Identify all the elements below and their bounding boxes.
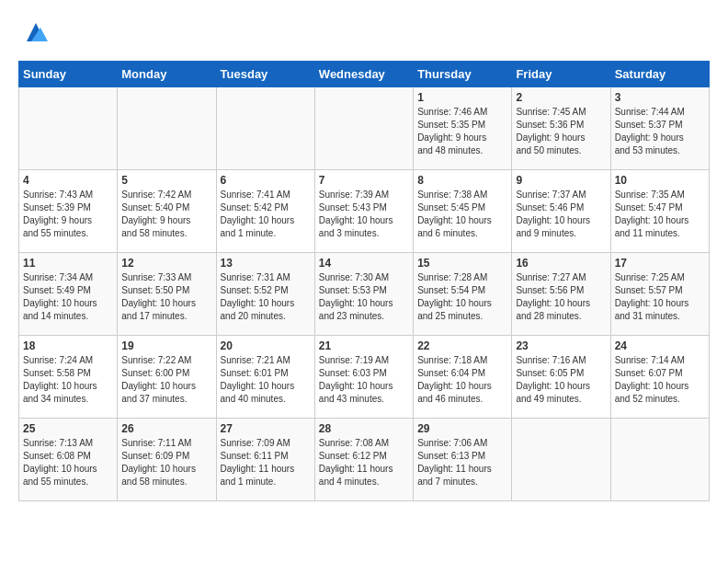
day-cell: 17Sunrise: 7:25 AMSunset: 5:57 PMDayligh… bbox=[610, 253, 709, 336]
day-info: Sunrise: 7:31 AMSunset: 5:52 PMDaylight:… bbox=[221, 271, 311, 323]
logo-text bbox=[18, 18, 50, 52]
day-number: 10 bbox=[615, 174, 705, 187]
day-cell: 14Sunrise: 7:30 AMSunset: 5:53 PMDayligh… bbox=[314, 253, 413, 336]
page-header bbox=[18, 18, 710, 52]
day-info: Sunrise: 7:18 AMSunset: 6:04 PMDaylight:… bbox=[417, 354, 507, 406]
day-info: Sunrise: 7:44 AMSunset: 5:37 PMDaylight:… bbox=[615, 106, 705, 157]
day-cell: 12Sunrise: 7:33 AMSunset: 5:50 PMDayligh… bbox=[118, 253, 216, 336]
day-cell bbox=[512, 419, 610, 501]
day-info: Sunrise: 7:28 AMSunset: 5:54 PMDaylight:… bbox=[417, 271, 507, 323]
header-wednesday: Wednesday bbox=[314, 62, 413, 87]
header-saturday: Saturday bbox=[610, 62, 709, 87]
calendar-header: SundayMondayTuesdayWednesdayThursdayFrid… bbox=[19, 62, 710, 87]
day-cell: 21Sunrise: 7:19 AMSunset: 6:03 PMDayligh… bbox=[314, 336, 413, 419]
day-number: 3 bbox=[615, 91, 705, 104]
day-number: 27 bbox=[221, 422, 311, 435]
day-info: Sunrise: 7:06 AMSunset: 6:13 PMDaylight:… bbox=[417, 437, 507, 488]
header-tuesday: Tuesday bbox=[216, 62, 314, 87]
day-number: 28 bbox=[319, 422, 409, 435]
day-cell bbox=[19, 87, 118, 170]
day-info: Sunrise: 7:43 AMSunset: 5:39 PMDaylight:… bbox=[23, 189, 113, 240]
day-info: Sunrise: 7:41 AMSunset: 5:42 PMDaylight:… bbox=[221, 189, 311, 240]
day-cell bbox=[118, 87, 216, 170]
day-cell: 1Sunrise: 7:46 AMSunset: 5:35 PMDaylight… bbox=[414, 87, 512, 170]
week-row-0: 1Sunrise: 7:46 AMSunset: 5:35 PMDaylight… bbox=[19, 87, 710, 170]
day-info: Sunrise: 7:14 AMSunset: 6:07 PMDaylight:… bbox=[615, 354, 705, 406]
day-cell: 9Sunrise: 7:37 AMSunset: 5:46 PMDaylight… bbox=[512, 170, 610, 253]
day-cell: 27Sunrise: 7:09 AMSunset: 6:11 PMDayligh… bbox=[216, 419, 314, 501]
day-cell: 16Sunrise: 7:27 AMSunset: 5:56 PMDayligh… bbox=[512, 253, 610, 336]
day-number: 9 bbox=[516, 174, 606, 187]
week-row-3: 18Sunrise: 7:24 AMSunset: 5:58 PMDayligh… bbox=[19, 336, 710, 419]
day-number: 8 bbox=[417, 174, 507, 187]
header-friday: Friday bbox=[512, 62, 610, 87]
day-info: Sunrise: 7:35 AMSunset: 5:47 PMDaylight:… bbox=[615, 189, 705, 240]
day-number: 5 bbox=[121, 174, 211, 187]
day-cell: 26Sunrise: 7:11 AMSunset: 6:09 PMDayligh… bbox=[118, 419, 216, 501]
logo-icon bbox=[22, 18, 50, 46]
day-info: Sunrise: 7:34 AMSunset: 5:49 PMDaylight:… bbox=[23, 271, 113, 323]
day-cell: 10Sunrise: 7:35 AMSunset: 5:47 PMDayligh… bbox=[610, 170, 709, 253]
day-cell bbox=[610, 419, 709, 501]
day-info: Sunrise: 7:22 AMSunset: 6:00 PMDaylight:… bbox=[121, 354, 211, 406]
day-cell: 5Sunrise: 7:42 AMSunset: 5:40 PMDaylight… bbox=[118, 170, 216, 253]
day-info: Sunrise: 7:46 AMSunset: 5:35 PMDaylight:… bbox=[417, 106, 507, 157]
day-cell: 19Sunrise: 7:22 AMSunset: 6:00 PMDayligh… bbox=[118, 336, 216, 419]
week-row-2: 11Sunrise: 7:34 AMSunset: 5:49 PMDayligh… bbox=[19, 253, 710, 336]
day-cell bbox=[216, 87, 314, 170]
day-number: 6 bbox=[221, 174, 311, 187]
day-cell: 22Sunrise: 7:18 AMSunset: 6:04 PMDayligh… bbox=[414, 336, 512, 419]
day-cell: 15Sunrise: 7:28 AMSunset: 5:54 PMDayligh… bbox=[414, 253, 512, 336]
day-cell: 29Sunrise: 7:06 AMSunset: 6:13 PMDayligh… bbox=[414, 419, 512, 501]
day-number: 17 bbox=[615, 257, 705, 270]
day-number: 16 bbox=[516, 257, 606, 270]
day-number: 29 bbox=[417, 422, 507, 435]
day-number: 14 bbox=[319, 257, 409, 270]
day-number: 12 bbox=[121, 257, 211, 270]
day-number: 13 bbox=[221, 257, 311, 270]
calendar-table: SundayMondayTuesdayWednesdayThursdayFrid… bbox=[18, 61, 710, 501]
day-cell bbox=[314, 87, 413, 170]
day-info: Sunrise: 7:45 AMSunset: 5:36 PMDaylight:… bbox=[516, 106, 606, 157]
day-number: 24 bbox=[615, 339, 705, 352]
day-number: 4 bbox=[23, 174, 113, 187]
day-cell: 6Sunrise: 7:41 AMSunset: 5:42 PMDaylight… bbox=[216, 170, 314, 253]
day-cell: 11Sunrise: 7:34 AMSunset: 5:49 PMDayligh… bbox=[19, 253, 118, 336]
day-cell: 13Sunrise: 7:31 AMSunset: 5:52 PMDayligh… bbox=[216, 253, 314, 336]
header-monday: Monday bbox=[118, 62, 216, 87]
day-info: Sunrise: 7:11 AMSunset: 6:09 PMDaylight:… bbox=[121, 437, 211, 488]
logo bbox=[18, 18, 50, 52]
day-number: 19 bbox=[121, 339, 211, 352]
header-row: SundayMondayTuesdayWednesdayThursdayFrid… bbox=[19, 62, 710, 87]
day-info: Sunrise: 7:08 AMSunset: 6:12 PMDaylight:… bbox=[319, 437, 409, 488]
day-cell: 23Sunrise: 7:16 AMSunset: 6:05 PMDayligh… bbox=[512, 336, 610, 419]
day-number: 25 bbox=[23, 422, 113, 435]
day-cell: 25Sunrise: 7:13 AMSunset: 6:08 PMDayligh… bbox=[19, 419, 118, 501]
day-info: Sunrise: 7:37 AMSunset: 5:46 PMDaylight:… bbox=[516, 189, 606, 240]
day-info: Sunrise: 7:25 AMSunset: 5:57 PMDaylight:… bbox=[615, 271, 705, 323]
day-info: Sunrise: 7:27 AMSunset: 5:56 PMDaylight:… bbox=[516, 271, 606, 323]
day-info: Sunrise: 7:16 AMSunset: 6:05 PMDaylight:… bbox=[516, 354, 606, 406]
day-info: Sunrise: 7:09 AMSunset: 6:11 PMDaylight:… bbox=[221, 437, 311, 488]
week-row-1: 4Sunrise: 7:43 AMSunset: 5:39 PMDaylight… bbox=[19, 170, 710, 253]
day-info: Sunrise: 7:30 AMSunset: 5:53 PMDaylight:… bbox=[319, 271, 409, 323]
day-info: Sunrise: 7:13 AMSunset: 6:08 PMDaylight:… bbox=[23, 437, 113, 488]
day-number: 20 bbox=[221, 339, 311, 352]
day-cell: 7Sunrise: 7:39 AMSunset: 5:43 PMDaylight… bbox=[314, 170, 413, 253]
day-info: Sunrise: 7:19 AMSunset: 6:03 PMDaylight:… bbox=[319, 354, 409, 406]
day-cell: 18Sunrise: 7:24 AMSunset: 5:58 PMDayligh… bbox=[19, 336, 118, 419]
header-thursday: Thursday bbox=[414, 62, 512, 87]
day-number: 21 bbox=[319, 339, 409, 352]
day-info: Sunrise: 7:24 AMSunset: 5:58 PMDaylight:… bbox=[23, 354, 113, 406]
day-cell: 2Sunrise: 7:45 AMSunset: 5:36 PMDaylight… bbox=[512, 87, 610, 170]
day-info: Sunrise: 7:38 AMSunset: 5:45 PMDaylight:… bbox=[417, 189, 507, 240]
day-cell: 20Sunrise: 7:21 AMSunset: 6:01 PMDayligh… bbox=[216, 336, 314, 419]
header-sunday: Sunday bbox=[19, 62, 118, 87]
day-number: 22 bbox=[417, 339, 507, 352]
day-cell: 24Sunrise: 7:14 AMSunset: 6:07 PMDayligh… bbox=[610, 336, 709, 419]
day-cell: 28Sunrise: 7:08 AMSunset: 6:12 PMDayligh… bbox=[314, 419, 413, 501]
day-cell: 3Sunrise: 7:44 AMSunset: 5:37 PMDaylight… bbox=[610, 87, 709, 170]
day-info: Sunrise: 7:42 AMSunset: 5:40 PMDaylight:… bbox=[121, 189, 211, 240]
day-number: 15 bbox=[417, 257, 507, 270]
day-number: 26 bbox=[121, 422, 211, 435]
